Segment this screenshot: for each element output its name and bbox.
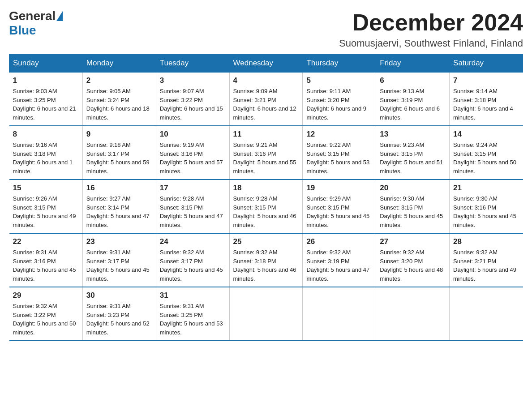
day-info: Sunrise: 9:31 AMSunset: 3:23 PMDaylight:…: [86, 302, 152, 337]
day-info: Sunrise: 9:32 AMSunset: 3:20 PMDaylight:…: [380, 248, 446, 283]
day-number: 12: [306, 130, 372, 139]
calendar-cell: 8 Sunrise: 9:16 AMSunset: 3:18 PMDayligh…: [9, 126, 83, 180]
day-number: 10: [160, 130, 226, 139]
calendar-week-row: 22 Sunrise: 9:31 AMSunset: 3:16 PMDaylig…: [9, 233, 523, 287]
calendar-cell: 29 Sunrise: 9:32 AMSunset: 3:22 PMDaylig…: [9, 287, 83, 341]
day-info: Sunrise: 9:27 AMSunset: 3:14 PMDaylight:…: [86, 194, 152, 229]
calendar-cell: 22 Sunrise: 9:31 AMSunset: 3:16 PMDaylig…: [9, 233, 83, 287]
day-info: Sunrise: 9:05 AMSunset: 3:24 PMDaylight:…: [86, 87, 152, 122]
day-info: Sunrise: 9:30 AMSunset: 3:16 PMDaylight:…: [453, 194, 519, 229]
day-number: 7: [453, 76, 519, 85]
day-info: Sunrise: 9:23 AMSunset: 3:15 PMDaylight:…: [380, 141, 446, 176]
day-info: Sunrise: 9:30 AMSunset: 3:15 PMDaylight:…: [380, 194, 446, 229]
weekday-header-friday: Friday: [376, 54, 450, 73]
calendar-cell: 1 Sunrise: 9:03 AMSunset: 3:25 PMDayligh…: [9, 73, 83, 126]
weekday-header-saturday: Saturday: [450, 54, 523, 73]
calendar-cell: 12 Sunrise: 9:22 AMSunset: 3:15 PMDaylig…: [303, 126, 376, 180]
calendar-cell: 11 Sunrise: 9:21 AMSunset: 3:16 PMDaylig…: [229, 126, 303, 180]
weekday-header-monday: Monday: [82, 54, 156, 73]
calendar-cell: 4 Sunrise: 9:09 AMSunset: 3:21 PMDayligh…: [229, 73, 303, 126]
day-number: 29: [13, 291, 79, 300]
day-number: 21: [453, 184, 519, 193]
day-info: Sunrise: 9:18 AMSunset: 3:17 PMDaylight:…: [86, 141, 152, 176]
logo-triangle-icon: [56, 11, 63, 21]
day-info: Sunrise: 9:26 AMSunset: 3:15 PMDaylight:…: [13, 194, 79, 229]
calendar-cell: 2 Sunrise: 9:05 AMSunset: 3:24 PMDayligh…: [82, 73, 156, 126]
calendar-cell: 15 Sunrise: 9:26 AMSunset: 3:15 PMDaylig…: [9, 180, 83, 233]
day-number: 9: [86, 130, 152, 139]
logo-general-text: General: [9, 9, 56, 23]
calendar-cell: 3 Sunrise: 9:07 AMSunset: 3:22 PMDayligh…: [156, 73, 229, 126]
weekday-header-wednesday: Wednesday: [229, 54, 303, 73]
calendar-cell: 9 Sunrise: 9:18 AMSunset: 3:17 PMDayligh…: [82, 126, 156, 180]
day-number: 23: [86, 237, 152, 246]
day-info: Sunrise: 9:14 AMSunset: 3:18 PMDaylight:…: [453, 87, 519, 122]
day-number: 25: [233, 237, 299, 246]
calendar-cell: 25 Sunrise: 9:32 AMSunset: 3:18 PMDaylig…: [229, 233, 303, 287]
day-number: 5: [306, 76, 372, 85]
day-number: 19: [306, 184, 372, 193]
calendar-cell: 18 Sunrise: 9:28 AMSunset: 3:15 PMDaylig…: [229, 180, 303, 233]
calendar-cell: [450, 287, 523, 341]
day-number: 26: [306, 237, 372, 246]
day-number: 13: [380, 130, 446, 139]
day-number: 20: [380, 184, 446, 193]
page-header: General Blue December 2024 Suomusjaervi,…: [9, 9, 523, 49]
location-title: Suomusjaervi, Southwest Finland, Finland: [339, 38, 523, 49]
day-info: Sunrise: 9:11 AMSunset: 3:20 PMDaylight:…: [306, 87, 372, 122]
day-info: Sunrise: 9:32 AMSunset: 3:19 PMDaylight:…: [306, 248, 372, 283]
calendar-cell: 16 Sunrise: 9:27 AMSunset: 3:14 PMDaylig…: [82, 180, 156, 233]
day-number: 2: [86, 76, 152, 85]
day-number: 22: [13, 237, 79, 246]
day-info: Sunrise: 9:32 AMSunset: 3:21 PMDaylight:…: [453, 248, 519, 283]
day-info: Sunrise: 9:09 AMSunset: 3:21 PMDaylight:…: [233, 87, 299, 122]
day-number: 15: [13, 184, 79, 193]
day-info: Sunrise: 9:24 AMSunset: 3:15 PMDaylight:…: [453, 141, 519, 176]
day-info: Sunrise: 9:21 AMSunset: 3:16 PMDaylight:…: [233, 141, 299, 176]
day-info: Sunrise: 9:03 AMSunset: 3:25 PMDaylight:…: [13, 87, 79, 122]
calendar-cell: 20 Sunrise: 9:30 AMSunset: 3:15 PMDaylig…: [376, 180, 450, 233]
calendar-week-row: 1 Sunrise: 9:03 AMSunset: 3:25 PMDayligh…: [9, 73, 523, 126]
calendar-cell: 31 Sunrise: 9:31 AMSunset: 3:25 PMDaylig…: [156, 287, 229, 341]
day-number: 24: [160, 237, 226, 246]
day-number: 14: [453, 130, 519, 139]
calendar-cell: 10 Sunrise: 9:19 AMSunset: 3:16 PMDaylig…: [156, 126, 229, 180]
logo-blue-text: Blue: [9, 23, 36, 38]
calendar-cell: 14 Sunrise: 9:24 AMSunset: 3:15 PMDaylig…: [450, 126, 523, 180]
calendar-cell: 28 Sunrise: 9:32 AMSunset: 3:21 PMDaylig…: [450, 233, 523, 287]
day-info: Sunrise: 9:32 AMSunset: 3:18 PMDaylight:…: [233, 248, 299, 283]
day-number: 8: [13, 130, 79, 139]
day-number: 28: [453, 237, 519, 246]
calendar-cell: 23 Sunrise: 9:31 AMSunset: 3:17 PMDaylig…: [82, 233, 156, 287]
day-info: Sunrise: 9:28 AMSunset: 3:15 PMDaylight:…: [160, 194, 226, 229]
weekday-header-row: SundayMondayTuesdayWednesdayThursdayFrid…: [9, 54, 523, 73]
calendar-week-row: 29 Sunrise: 9:32 AMSunset: 3:22 PMDaylig…: [9, 287, 523, 341]
day-info: Sunrise: 9:16 AMSunset: 3:18 PMDaylight:…: [13, 141, 79, 176]
day-number: 6: [380, 76, 446, 85]
day-number: 31: [160, 291, 226, 300]
day-info: Sunrise: 9:32 AMSunset: 3:17 PMDaylight:…: [160, 248, 226, 283]
calendar-cell: 19 Sunrise: 9:29 AMSunset: 3:15 PMDaylig…: [303, 180, 376, 233]
day-info: Sunrise: 9:31 AMSunset: 3:17 PMDaylight:…: [86, 248, 152, 283]
day-number: 27: [380, 237, 446, 246]
day-info: Sunrise: 9:13 AMSunset: 3:19 PMDaylight:…: [380, 87, 446, 122]
calendar-week-row: 15 Sunrise: 9:26 AMSunset: 3:15 PMDaylig…: [9, 180, 523, 233]
day-info: Sunrise: 9:22 AMSunset: 3:15 PMDaylight:…: [306, 141, 372, 176]
day-number: 11: [233, 130, 299, 139]
day-info: Sunrise: 9:32 AMSunset: 3:22 PMDaylight:…: [13, 302, 79, 337]
day-info: Sunrise: 9:31 AMSunset: 3:25 PMDaylight:…: [160, 302, 226, 337]
day-info: Sunrise: 9:28 AMSunset: 3:15 PMDaylight:…: [233, 194, 299, 229]
day-info: Sunrise: 9:29 AMSunset: 3:15 PMDaylight:…: [306, 194, 372, 229]
calendar-cell: 27 Sunrise: 9:32 AMSunset: 3:20 PMDaylig…: [376, 233, 450, 287]
weekday-header-tuesday: Tuesday: [156, 54, 229, 73]
weekday-header-thursday: Thursday: [303, 54, 376, 73]
calendar-cell: 6 Sunrise: 9:13 AMSunset: 3:19 PMDayligh…: [376, 73, 450, 126]
calendar-cell: 26 Sunrise: 9:32 AMSunset: 3:19 PMDaylig…: [303, 233, 376, 287]
title-section: December 2024 Suomusjaervi, Southwest Fi…: [339, 9, 523, 49]
day-number: 18: [233, 184, 299, 193]
day-number: 1: [13, 76, 79, 85]
calendar-cell: 30 Sunrise: 9:31 AMSunset: 3:23 PMDaylig…: [82, 287, 156, 341]
calendar-cell: 24 Sunrise: 9:32 AMSunset: 3:17 PMDaylig…: [156, 233, 229, 287]
day-number: 16: [86, 184, 152, 193]
month-title: December 2024: [339, 9, 523, 36]
